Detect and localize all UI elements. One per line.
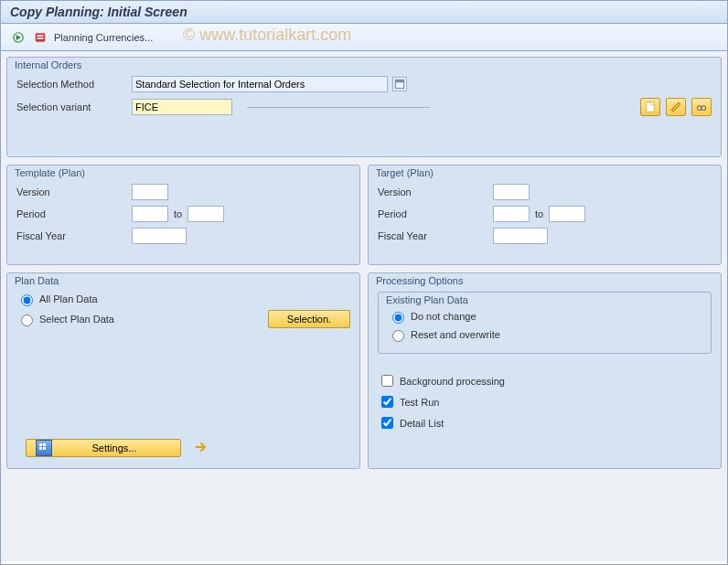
- reset-overwrite-label: Reset and overwrite: [411, 329, 500, 340]
- target-fiscal-year-label: Fiscal Year: [378, 230, 487, 241]
- target-fiscal-year-field[interactable]: [493, 228, 548, 244]
- svg-point-7: [697, 106, 701, 111]
- svg-rect-2: [37, 35, 44, 37]
- target-period-from-field[interactable]: [493, 206, 530, 222]
- target-version-field[interactable]: [493, 184, 530, 200]
- test-run-label: Test Run: [400, 397, 439, 408]
- planning-currencies-link[interactable]: Planning Currencies...: [54, 32, 153, 43]
- template-fiscal-year-label: Fiscal Year: [16, 230, 126, 241]
- template-period-to-field[interactable]: [187, 206, 224, 222]
- template-fiscal-year-field[interactable]: [132, 228, 187, 244]
- variant-underline: [247, 107, 430, 108]
- svg-point-8: [701, 106, 706, 111]
- create-variant-button[interactable]: [640, 98, 660, 116]
- target-version-label: Version: [378, 187, 487, 197]
- detail-list-checkbox[interactable]: [381, 417, 393, 429]
- existing-plan-data-title: Existing Plan Data: [386, 294, 468, 305]
- planning-currencies-icon[interactable]: [32, 29, 48, 46]
- selection-method-label: Selection Method: [16, 79, 126, 90]
- internal-orders-group: Internal Orders Selection Method Selecti…: [6, 57, 722, 157]
- detail-list-label: Detail List: [400, 418, 444, 429]
- pencil-icon: [669, 101, 682, 113]
- plan-data-title: Plan Data: [15, 275, 59, 286]
- target-plan-title: Target (Plan): [376, 167, 434, 178]
- selection-method-f4-icon[interactable]: [392, 77, 407, 91]
- template-period-to-label: to: [174, 208, 182, 219]
- glasses-icon: [695, 101, 708, 113]
- internal-orders-title: Internal Orders: [15, 59, 81, 70]
- svg-rect-5: [395, 80, 403, 82]
- template-period-from-field[interactable]: [132, 206, 168, 222]
- document-icon: [644, 101, 657, 113]
- selection-variant-field[interactable]: [132, 99, 232, 115]
- template-version-label: Version: [16, 187, 126, 197]
- reset-overwrite-radio[interactable]: [392, 330, 404, 342]
- all-plan-data-label: All Plan Data: [39, 293, 98, 304]
- execute-icon[interactable]: [10, 29, 27, 46]
- select-plan-data-label: Select Plan Data: [39, 314, 114, 325]
- background-processing-checkbox[interactable]: [381, 375, 393, 387]
- plan-data-group: Plan Data All Plan Data Select Plan Data…: [6, 272, 360, 469]
- settings-button[interactable]: Settings...: [26, 439, 181, 457]
- template-plan-group: Template (Plan) Version Period to Fiscal…: [6, 165, 360, 265]
- processing-options-title: Processing Options: [376, 275, 463, 286]
- template-version-field[interactable]: [132, 184, 168, 200]
- svg-rect-6: [647, 102, 654, 112]
- settings-grid-icon: [36, 440, 52, 456]
- template-plan-title: Template (Plan): [15, 167, 85, 178]
- change-variant-button[interactable]: [666, 98, 686, 116]
- arrow-right-icon: [194, 440, 209, 456]
- page-body: Internal Orders Selection Method Selecti…: [1, 51, 727, 561]
- all-plan-data-radio[interactable]: [21, 294, 33, 306]
- do-not-change-radio[interactable]: [392, 312, 404, 324]
- selection-button[interactable]: Selection.: [268, 310, 350, 328]
- target-period-to-field[interactable]: [549, 206, 585, 222]
- svg-rect-12: [39, 447, 42, 450]
- title-bar: Copy Planning: Initial Screen: [1, 1, 727, 24]
- test-run-checkbox[interactable]: [381, 396, 393, 408]
- background-processing-label: Background processing: [400, 376, 505, 387]
- page-title: Copy Planning: Initial Screen: [10, 5, 187, 19]
- do-not-change-label: Do not change: [411, 311, 476, 322]
- svg-rect-11: [43, 443, 46, 446]
- display-variant-button[interactable]: [691, 98, 712, 116]
- svg-rect-10: [39, 443, 42, 446]
- settings-button-label: Settings...: [58, 442, 171, 453]
- existing-plan-data-subgroup: Existing Plan Data Do not change Reset a…: [378, 292, 712, 354]
- svg-rect-3: [37, 37, 44, 39]
- template-period-label: Period: [16, 208, 126, 219]
- app-toolbar: Planning Currencies...: [1, 24, 727, 51]
- selection-variant-label: Selection variant: [16, 101, 126, 112]
- target-period-to-label: to: [535, 208, 543, 219]
- select-plan-data-radio[interactable]: [21, 314, 33, 326]
- processing-options-group: Processing Options Existing Plan Data Do…: [368, 272, 722, 469]
- target-period-label: Period: [378, 208, 487, 219]
- svg-rect-13: [43, 447, 46, 450]
- selection-method-field[interactable]: [132, 76, 388, 92]
- target-plan-group: Target (Plan) Version Period to Fiscal Y…: [368, 165, 722, 265]
